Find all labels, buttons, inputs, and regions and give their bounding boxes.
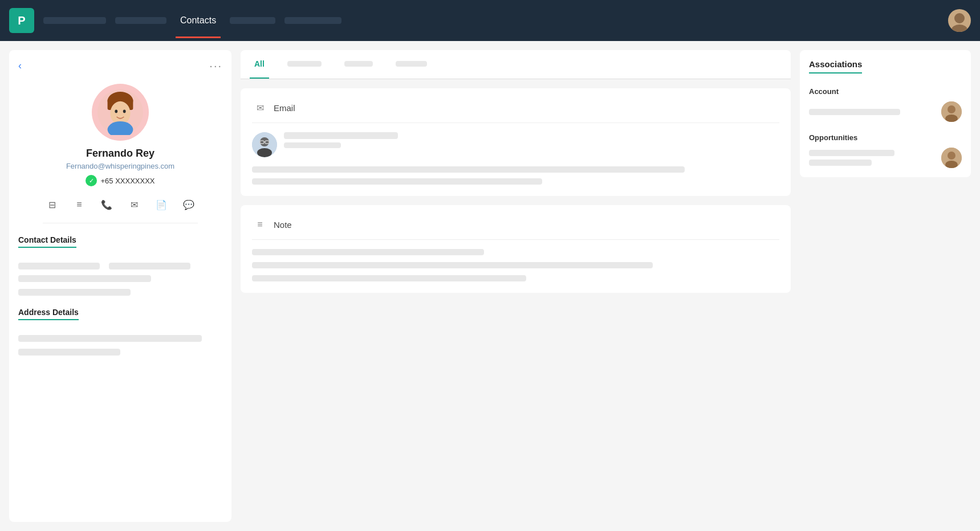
tabs-bar: All: [241, 50, 791, 79]
tab-3[interactable]: [340, 52, 377, 77]
top-navigation: P Contacts: [0, 0, 980, 41]
skeleton: [396, 61, 427, 67]
associations-title: Associations: [809, 59, 862, 73]
opportunities-skeletons: [809, 150, 941, 166]
address-details-header: Address Details: [18, 308, 79, 320]
nav-item-2[interactable]: [115, 17, 166, 24]
app-logo[interactable]: P: [9, 8, 34, 33]
chat-icon[interactable]: 💬: [180, 195, 198, 214]
skeleton: [809, 160, 872, 166]
svg-point-0: [954, 13, 965, 23]
nav-item-1[interactable]: [43, 17, 106, 24]
email-card-header: ✉ Email: [252, 100, 779, 123]
email-icon[interactable]: ✉: [125, 195, 143, 214]
associations-panel: Associations Account: [800, 50, 971, 177]
opportunities-avatar: [941, 148, 962, 168]
list-icon[interactable]: ≡: [70, 195, 88, 214]
skeleton: [252, 275, 526, 281]
opportunities-row: [809, 148, 962, 168]
skeleton: [252, 262, 653, 268]
skeleton: [284, 132, 398, 139]
tab-2[interactable]: [283, 52, 326, 77]
profile-name: Fernando Rey: [86, 148, 154, 160]
sidebar-nav: ‹ ···: [18, 59, 222, 72]
contact-detail-row-1: [18, 263, 222, 269]
account-avatar: [941, 101, 962, 122]
skeleton: [252, 166, 685, 173]
account-row: [809, 101, 962, 122]
opportunities-label: Opportunities: [809, 133, 962, 142]
left-sidebar: ‹ ···: [9, 50, 231, 522]
tab-all[interactable]: All: [250, 50, 269, 79]
svg-point-16: [948, 105, 955, 113]
sender-avatar: [252, 132, 277, 157]
email-card-icon: ✉: [252, 100, 268, 116]
contact-details-header: Contact Details: [18, 235, 76, 248]
profile-phone: ✓ +65 XXXXXXXX: [86, 175, 154, 186]
email-card-title: Email: [274, 103, 295, 113]
account-label: Account: [809, 87, 962, 96]
phone-icon[interactable]: 📞: [97, 195, 116, 214]
main-layout: ‹ ···: [0, 41, 980, 531]
profile-email: Fernando@whisperingpines.com: [66, 162, 174, 170]
document-icon[interactable]: 📄: [152, 195, 170, 214]
tabs-area: All: [241, 50, 791, 79]
skeleton: [18, 289, 131, 296]
note-card-header: ≡ Note: [252, 217, 779, 240]
email-sender-row: [252, 132, 779, 157]
center-content: All ✉ Email: [241, 50, 791, 522]
back-button[interactable]: ‹: [18, 60, 22, 72]
svg-point-6: [115, 110, 117, 113]
svg-point-11: [257, 148, 272, 157]
skeleton: [18, 263, 100, 269]
skeleton: [809, 150, 894, 156]
account-skeletons: [809, 109, 941, 115]
sender-info: [284, 132, 398, 148]
skeleton: [18, 275, 151, 282]
skeleton: [284, 142, 341, 148]
whatsapp-icon: ✓: [86, 175, 97, 186]
profile-section: Fernando Rey Fernando@whisperingpines.co…: [18, 84, 222, 223]
skeleton: [809, 109, 900, 115]
svg-point-1: [951, 24, 967, 32]
note-card-icon: ≡: [252, 217, 268, 232]
skeleton: [344, 61, 373, 67]
skeleton: [18, 349, 120, 356]
user-avatar[interactable]: [948, 9, 971, 32]
action-icons: ⊟ ≡ 📞 ✉ 📄 💬: [43, 195, 198, 223]
more-options-button[interactable]: ···: [209, 59, 222, 72]
contact-details-section: Contact Details: [18, 235, 222, 296]
opportunities-section: Opportunities: [809, 133, 962, 168]
nav-item-5[interactable]: [284, 17, 341, 24]
skeleton: [252, 178, 542, 185]
skeleton: [18, 335, 202, 342]
email-card: ✉ Email: [241, 88, 791, 196]
notes-icon[interactable]: ⊟: [43, 195, 61, 214]
nav-item-contacts[interactable]: Contacts: [176, 15, 221, 26]
account-section: Account: [809, 87, 962, 122]
svg-point-7: [123, 110, 126, 113]
avatar: [92, 84, 149, 141]
skeleton: [252, 249, 484, 255]
skeleton: [287, 61, 322, 67]
right-panel: Associations Account: [800, 50, 971, 522]
address-details-section: Address Details: [18, 307, 222, 356]
note-content: [252, 249, 779, 281]
nav-item-4[interactable]: [230, 17, 275, 24]
tab-4[interactable]: [391, 52, 432, 77]
note-card: ≡ Note: [241, 205, 791, 293]
svg-point-19: [948, 152, 955, 160]
note-card-title: Note: [274, 220, 292, 230]
skeleton: [109, 263, 190, 269]
